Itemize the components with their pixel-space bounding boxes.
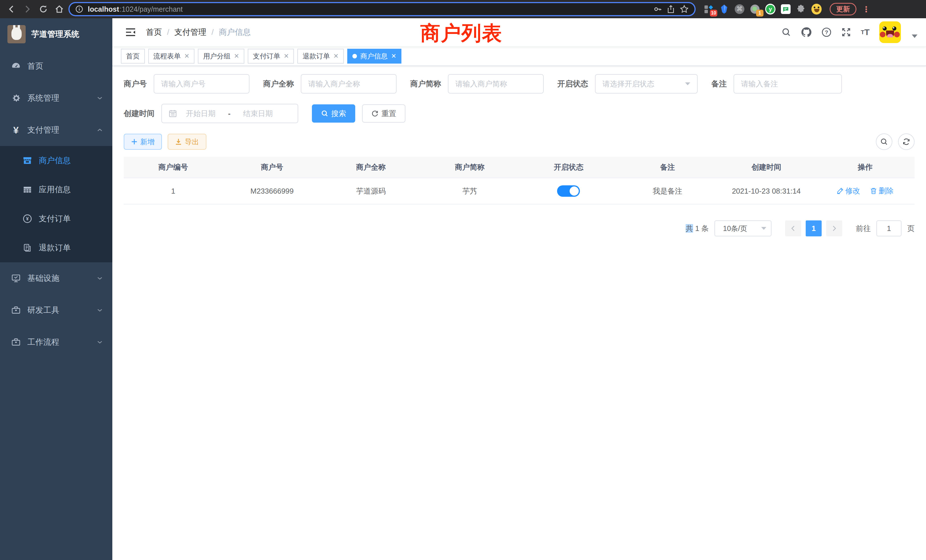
end-date-input[interactable] — [238, 109, 278, 118]
top-navbar: 首页 / 支付管理 / 商户信息 商户列表 ? — [112, 18, 926, 47]
reload-icon[interactable] — [36, 2, 50, 16]
tab-refund-order[interactable]: 退款订单✕ — [297, 49, 343, 64]
sidebar-item-label: 基础设施 — [27, 273, 96, 284]
app-title: 芋道管理系统 — [31, 29, 79, 39]
extension-tabs-icon[interactable]: 10 — [704, 4, 714, 14]
font-size-icon[interactable]: TT — [861, 27, 870, 37]
page-size-select[interactable]: 10条/页 — [714, 220, 772, 236]
fullscreen-icon[interactable] — [841, 27, 851, 37]
yen-icon: ¥ — [11, 125, 21, 136]
extension-command-icon[interactable]: ⌘ — [734, 4, 745, 14]
browser-menu-icon[interactable]: ⋮ — [862, 5, 870, 14]
delete-button[interactable]: 删除 — [870, 186, 894, 196]
next-page-button[interactable] — [826, 220, 842, 236]
github-icon[interactable] — [801, 27, 812, 38]
document-copy-icon — [22, 243, 32, 252]
password-key-icon[interactable] — [654, 5, 662, 14]
sidebar-item-home[interactable]: 首页 — [0, 50, 112, 82]
breadcrumb-current: 商户信息 — [219, 27, 251, 38]
edit-button[interactable]: 修改 — [837, 186, 860, 196]
sidebar-item-app-info[interactable]: 应用信息 — [0, 175, 112, 204]
user-avatar[interactable] — [879, 21, 901, 43]
browser-update-button[interactable]: 更新 — [830, 3, 856, 15]
address-bar[interactable]: localhost:1024/pay/merchant — [68, 2, 696, 16]
cell-merchant-id: 1 — [124, 178, 222, 204]
breadcrumb-home[interactable]: 首页 — [146, 27, 162, 38]
sidebar-item-pay-order[interactable]: ¥ 支付订单 — [0, 204, 112, 233]
status-toggle[interactable] — [557, 185, 580, 197]
close-icon[interactable]: ✕ — [234, 53, 239, 60]
sidebar-item-workflow[interactable]: 工作流程 — [0, 326, 112, 358]
merchant-short-name-input[interactable] — [455, 80, 536, 88]
close-icon[interactable]: ✕ — [284, 53, 289, 60]
page-info-icon[interactable] — [75, 5, 83, 13]
sidebar-item-label: 商户信息 — [39, 155, 103, 166]
filter-label: 商户全称 — [263, 79, 294, 89]
sidebar-item-refund-order[interactable]: 退款订单 — [0, 233, 112, 262]
close-icon[interactable]: ✕ — [391, 53, 396, 60]
extension-y-icon[interactable]: y — [765, 4, 775, 14]
tab-home[interactable]: 首页 — [121, 49, 145, 64]
extension-emoji-icon[interactable] — [811, 4, 822, 14]
dashboard-icon — [11, 61, 21, 71]
sidebar-item-dev-tools[interactable]: 研发工具 — [0, 294, 112, 326]
sidebar-item-merchant-info[interactable]: 商户信息 — [0, 146, 112, 175]
app-logo[interactable]: 芋道管理系统 — [0, 18, 112, 50]
breadcrumb-pay[interactable]: 支付管理 — [174, 27, 206, 38]
sidebar-item-label: 支付订单 — [39, 213, 103, 224]
filter-label: 商户号 — [124, 79, 147, 89]
prev-page-button[interactable] — [785, 220, 801, 236]
tab-process-form[interactable]: 流程表单✕ — [148, 49, 194, 64]
tab-user-group[interactable]: 用户分组✕ — [198, 49, 244, 64]
sidebar-item-label: 首页 — [27, 61, 103, 71]
extension-proxy-icon[interactable]: 1 — [750, 4, 760, 14]
sidebar-item-system[interactable]: 系统管理 — [0, 82, 112, 114]
extension-gem-icon[interactable] — [719, 4, 729, 14]
goto-page-input[interactable] — [876, 220, 902, 236]
toolbox-icon — [11, 306, 21, 315]
tab-pay-order[interactable]: 支付订单✕ — [248, 49, 294, 64]
search-icon[interactable] — [781, 27, 791, 37]
sidebar-fold-icon[interactable] — [121, 23, 140, 42]
bookmark-star-icon[interactable] — [680, 5, 689, 14]
close-icon[interactable]: ✕ — [184, 53, 189, 60]
navbar-actions: ? TT — [781, 21, 917, 43]
merchant-table: 商户编号 商户号 商户全称 商户简称 开启状态 备注 创建时间 操作 1 — [124, 157, 915, 204]
merchant-full-name-input[interactable] — [308, 80, 389, 88]
create-time-range[interactable]: - — [161, 104, 298, 123]
sidebar-item-infra[interactable]: 基础设施 — [0, 262, 112, 294]
extensions-puzzle-icon[interactable] — [796, 4, 806, 14]
chevron-down-icon — [685, 82, 690, 85]
add-button[interactable]: 新增 — [124, 134, 162, 150]
cell-merchant-no: M233666999 — [222, 178, 322, 204]
chevron-down-icon — [96, 339, 103, 345]
refresh-icon[interactable] — [898, 133, 915, 150]
chevron-down-icon — [96, 275, 103, 282]
help-icon[interactable]: ? — [822, 27, 832, 37]
start-date-input[interactable] — [180, 109, 221, 118]
close-icon[interactable]: ✕ — [333, 53, 338, 60]
export-button[interactable]: 导出 — [168, 134, 206, 150]
avatar-caret-icon[interactable] — [912, 35, 917, 38]
home-icon[interactable] — [53, 2, 66, 16]
gear-icon — [11, 94, 21, 103]
page-content: 商户号 商户全称 商户简称 开启状态 请选择开启状态 — [112, 66, 926, 560]
forward-icon[interactable] — [21, 2, 34, 16]
sidebar-item-pay[interactable]: ¥ 支付管理 — [0, 114, 112, 146]
reset-button[interactable]: 重置 — [362, 104, 406, 123]
col-actions: 操作 — [816, 157, 915, 178]
extensions-area: 10 ⌘ 1 y — [704, 4, 822, 14]
search-button[interactable]: 搜索 — [312, 104, 355, 123]
tab-merchant-info[interactable]: 商户信息✕ — [347, 49, 401, 64]
merchant-no-input[interactable] — [161, 80, 242, 88]
table-header-row: 商户编号 商户号 商户全称 商户简称 开启状态 备注 创建时间 操作 — [124, 157, 915, 178]
pagination-total: 共 1 条 — [685, 224, 709, 233]
sidebar-item-label: 支付管理 — [27, 125, 96, 135]
back-icon[interactable] — [5, 2, 18, 16]
page-number-button[interactable]: 1 — [806, 220, 822, 236]
extension-chat-icon[interactable] — [781, 4, 791, 14]
status-select[interactable]: 请选择开启状态 — [595, 74, 698, 94]
remark-input[interactable] — [741, 80, 834, 88]
share-icon[interactable] — [667, 5, 675, 14]
toggle-search-icon[interactable] — [876, 133, 892, 150]
